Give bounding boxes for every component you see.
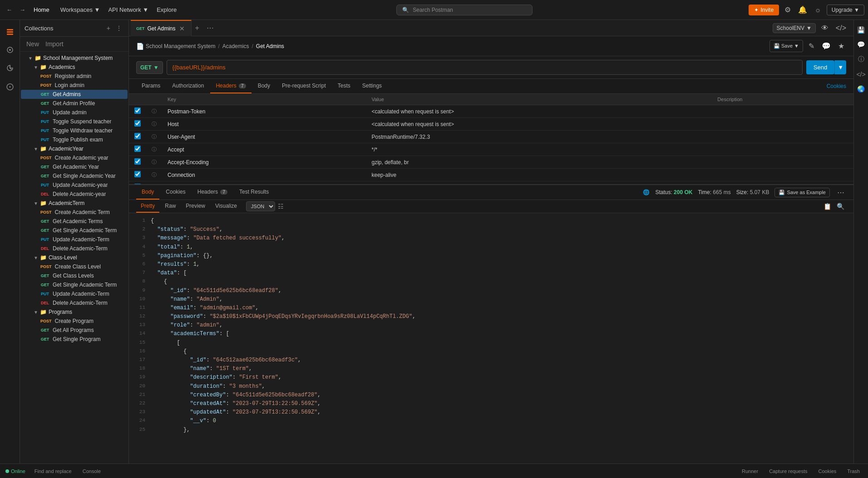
create-academic-term-item[interactable]: POST Create Academic Term bbox=[21, 208, 128, 217]
header-checkbox-2[interactable] bbox=[134, 120, 141, 127]
body-raw-tab[interactable]: Raw bbox=[160, 200, 180, 213]
forward-button[interactable]: → bbox=[17, 5, 28, 15]
search-response-btn[interactable]: 🔍 bbox=[835, 202, 846, 211]
tab-settings[interactable]: Settings bbox=[357, 79, 387, 93]
academic-term-folder[interactable]: ▼ 📁 AcademicTerm bbox=[21, 199, 128, 208]
root-folder[interactable]: ▼ 📁 School Management System bbox=[21, 54, 128, 63]
delete-academic-term-item[interactable]: DEL Delete Academic-Term bbox=[21, 244, 128, 253]
register-admin-item[interactable]: POST Register admin bbox=[21, 72, 128, 81]
create-class-level-item[interactable]: POST Create Class Level bbox=[21, 262, 128, 271]
tab-authorization[interactable]: Authorization bbox=[167, 79, 209, 93]
env-selector[interactable]: SchoolENV ▼ bbox=[773, 23, 816, 33]
right-search-btn[interactable]: 🌏 bbox=[854, 83, 868, 95]
right-save-btn[interactable]: 💾 bbox=[854, 24, 868, 36]
academic-year-folder[interactable]: ▼ 📁 AcademicYear bbox=[21, 144, 128, 153]
console-btn[interactable]: Console bbox=[81, 468, 103, 475]
capture-requests-btn[interactable]: Capture requests bbox=[766, 468, 810, 475]
cookies-link[interactable]: Cookies bbox=[827, 83, 846, 89]
home-button[interactable]: Home bbox=[30, 5, 53, 15]
get-all-programs-item[interactable]: GET Get All Programs bbox=[21, 326, 128, 335]
header-checkbox-4[interactable] bbox=[134, 146, 141, 152]
toggle-suspend-item[interactable]: PUT Toggle Suspend teacher bbox=[21, 117, 128, 126]
collections-icon-btn[interactable] bbox=[2, 24, 18, 40]
theme-button[interactable]: ☼ bbox=[813, 4, 823, 16]
update-admin-item[interactable]: PUT Update admin bbox=[21, 108, 128, 117]
code-icon-btn[interactable]: </> bbox=[834, 22, 848, 34]
cookies-bottom-btn[interactable]: Cookies bbox=[816, 468, 839, 475]
trash-btn[interactable]: Trash bbox=[844, 468, 863, 475]
api-network-nav[interactable]: API Network ▼ bbox=[104, 5, 152, 15]
class-level-folder[interactable]: ▼ 📁 Class-Level bbox=[21, 253, 128, 262]
response-headers-tab[interactable]: Headers 7 bbox=[192, 185, 233, 200]
login-admin-item[interactable]: POST Login admin bbox=[21, 81, 128, 90]
get-academic-terms-item[interactable]: GET Get Academic Terms bbox=[21, 217, 128, 226]
tab-body[interactable]: Body bbox=[252, 79, 276, 93]
upgrade-button[interactable]: Upgrade ▼ bbox=[827, 5, 864, 15]
response-body-tab[interactable]: Body bbox=[136, 185, 159, 200]
delete-class-level-item[interactable]: DEL Delete Academic-Term bbox=[21, 298, 128, 307]
body-pretty-tab[interactable]: Pretty bbox=[136, 200, 159, 213]
header-checkbox-3[interactable] bbox=[134, 133, 141, 139]
body-preview-tab[interactable]: Preview bbox=[181, 200, 210, 213]
toggle-withdraw-item[interactable]: PUT Toggle Withdraw teacher bbox=[21, 126, 128, 135]
right-code-btn[interactable]: </> bbox=[853, 68, 868, 81]
response-test-results-tab[interactable]: Test Results bbox=[234, 185, 274, 200]
settings-button[interactable]: ⚙ bbox=[783, 4, 793, 16]
toggle-publish-item[interactable]: PUT Toggle Publish exam bbox=[21, 135, 128, 144]
update-academic-term-item[interactable]: PUT Update Academic-Term bbox=[21, 235, 128, 244]
history-icon-btn[interactable] bbox=[2, 60, 18, 76]
add-collection-btn[interactable]: + bbox=[105, 24, 112, 33]
star-icon-btn[interactable]: ★ bbox=[836, 40, 846, 52]
invite-button[interactable]: ✦ Invite bbox=[749, 5, 779, 15]
get-academic-year-item[interactable]: GET Get Academic Year bbox=[21, 162, 128, 171]
delete-academic-year-item[interactable]: DEL Delete Academic-year bbox=[21, 190, 128, 199]
send-button[interactable]: Send bbox=[806, 60, 834, 74]
get-single-academic-term-item[interactable]: GET Get Single Academic Term bbox=[21, 226, 128, 235]
more-tabs-btn[interactable]: ⋯ bbox=[203, 24, 217, 32]
add-tab-btn[interactable]: + bbox=[192, 24, 203, 32]
new-request-btn[interactable]: New bbox=[25, 39, 41, 49]
tab-params[interactable]: Params bbox=[136, 79, 166, 93]
get-admins-item[interactable]: GET Get Admins bbox=[21, 90, 128, 99]
back-button[interactable]: ← bbox=[4, 5, 15, 15]
tab-pre-request[interactable]: Pre-request Script bbox=[276, 79, 331, 93]
response-cookies-tab[interactable]: Cookies bbox=[160, 185, 191, 200]
create-academic-year-item[interactable]: POST Create Academic year bbox=[21, 153, 128, 162]
send-dropdown-btn[interactable]: ▼ bbox=[834, 60, 846, 74]
more-response-btn[interactable]: ⋯ bbox=[835, 186, 846, 199]
runner-btn[interactable]: Runner bbox=[739, 468, 761, 475]
eye-icon-btn[interactable]: 👁 bbox=[819, 22, 830, 34]
header-checkbox-5[interactable] bbox=[134, 158, 141, 165]
workspaces-nav[interactable]: Workspaces ▼ bbox=[57, 5, 104, 15]
active-tab[interactable]: GET Get Admins ✕ bbox=[131, 20, 192, 36]
create-program-item[interactable]: POST Create Program bbox=[21, 317, 128, 326]
body-visualize-tab[interactable]: Visualize bbox=[211, 200, 242, 213]
edit-icon-btn[interactable]: ✎ bbox=[807, 40, 816, 52]
get-single-class-level-item[interactable]: GET Get Single Academic Term bbox=[21, 280, 128, 289]
explore-nav[interactable]: Explore bbox=[153, 5, 180, 15]
tab-close-btn[interactable]: ✕ bbox=[178, 25, 186, 32]
get-single-academic-year-item[interactable]: GET Get Single Academic Year bbox=[21, 171, 128, 180]
get-admin-profile-item[interactable]: GET Get Admin Profile bbox=[21, 99, 128, 108]
url-input[interactable] bbox=[167, 60, 803, 75]
comment-icon-btn[interactable]: 💬 bbox=[820, 40, 833, 52]
tab-headers[interactable]: Headers 7 bbox=[210, 79, 251, 93]
apps-icon-btn[interactable]: ⨀ bbox=[2, 78, 18, 94]
more-collections-btn[interactable]: ⋮ bbox=[114, 24, 124, 33]
academics-folder[interactable]: ▼ 📁 Academics bbox=[21, 63, 128, 72]
get-class-levels-item[interactable]: GET Get Class Levels bbox=[21, 271, 128, 280]
copy-response-btn[interactable]: 📋 bbox=[822, 202, 833, 211]
find-replace-btn[interactable]: Find and replace bbox=[33, 468, 74, 475]
update-academic-year-item[interactable]: PUT Update Academic-year bbox=[21, 180, 128, 190]
header-checkbox-1[interactable] bbox=[134, 107, 141, 114]
method-selector[interactable]: GET ▼ bbox=[136, 61, 163, 74]
programs-folder[interactable]: ▼ 📁 Programs bbox=[21, 307, 128, 317]
environments-icon-btn[interactable] bbox=[2, 42, 18, 58]
tab-tests[interactable]: Tests bbox=[332, 79, 356, 93]
import-btn[interactable]: Import bbox=[44, 39, 65, 49]
header-checkbox-6[interactable] bbox=[134, 171, 141, 177]
get-single-program-item[interactable]: GET Get Single Program bbox=[21, 335, 128, 344]
right-info-btn[interactable]: ⓘ bbox=[855, 53, 867, 66]
save-btn[interactable]: 💾 Save ▼ bbox=[769, 40, 803, 52]
update-class-level-item[interactable]: PUT Update Academic-Term bbox=[21, 289, 128, 298]
